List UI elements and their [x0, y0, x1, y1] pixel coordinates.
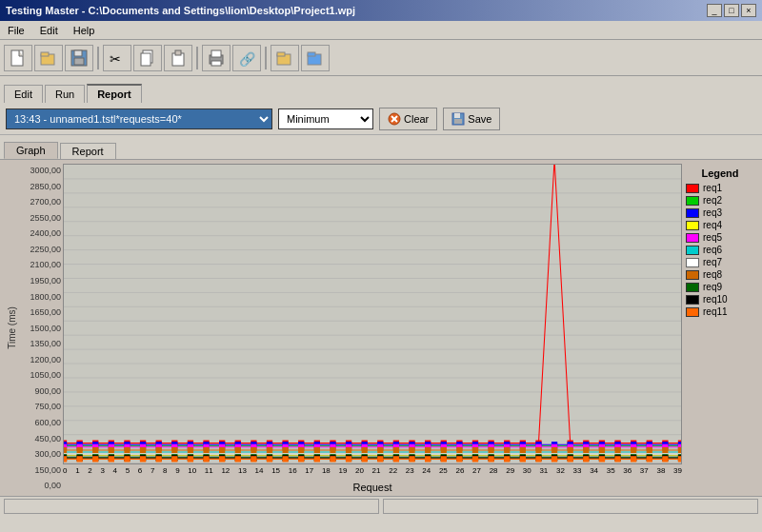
main-tab-bar: Edit Run Report — [0, 76, 762, 103]
svg-rect-352 — [472, 447, 478, 453]
status-bar — [0, 496, 762, 515]
svg-text:🔗: 🔗 — [239, 51, 256, 68]
svg-rect-345 — [362, 447, 368, 453]
svg-rect-452 — [156, 456, 162, 462]
x-label: 26 — [456, 466, 465, 480]
svg-rect-483 — [647, 456, 652, 462]
y-label-10: 1500,00 — [30, 324, 61, 333]
x-label: 11 — [205, 466, 213, 480]
y-label-13: 1050,00 — [30, 370, 61, 380]
close-button[interactable]: × — [741, 4, 756, 17]
toolbar-cut[interactable]: ✂ — [103, 45, 131, 71]
legend-item-req10: req10 — [686, 294, 754, 305]
svg-rect-16 — [277, 52, 285, 56]
toolbar-folder1[interactable] — [271, 45, 299, 71]
toolbar-link[interactable]: 🔗 — [232, 45, 261, 71]
svg-rect-461 — [298, 456, 304, 462]
svg-text:✂: ✂ — [110, 51, 121, 67]
toolbar-new[interactable] — [4, 45, 32, 71]
svg-rect-480 — [599, 456, 605, 462]
legend-item-req1: req1 — [686, 183, 754, 193]
chart-svg — [63, 164, 682, 464]
y-label-12: 1200,00 — [30, 355, 61, 365]
legend-item-req2: req2 — [686, 195, 754, 206]
x-label: 35 — [607, 466, 615, 480]
x-label: 3 — [100, 466, 104, 480]
svg-rect-2 — [41, 52, 49, 56]
legend-item-req9: req9 — [686, 282, 754, 292]
svg-rect-474 — [504, 456, 510, 462]
svg-rect-355 — [520, 447, 526, 453]
svg-rect-462 — [314, 456, 320, 462]
y-label-17: 450,00 — [34, 434, 61, 443]
svg-rect-464 — [346, 456, 351, 462]
x-label: 25 — [439, 466, 448, 480]
x-label: 10 — [188, 466, 196, 480]
y-label-2: 2700,00 — [30, 197, 61, 207]
svg-rect-5 — [74, 58, 84, 65]
tab-graph[interactable]: Graph — [4, 142, 58, 159]
legend-color-req9 — [686, 283, 699, 292]
toolbar-paste[interactable] — [164, 45, 192, 71]
svg-rect-448 — [92, 456, 98, 462]
svg-rect-339 — [267, 447, 272, 453]
svg-rect-327 — [76, 447, 82, 453]
toolbar-print[interactable] — [202, 45, 231, 71]
x-label: 24 — [422, 466, 431, 480]
x-label: 8 — [163, 466, 167, 480]
legend-title: Legend — [686, 167, 754, 179]
toolbar-open[interactable] — [34, 45, 63, 71]
tab-edit[interactable]: Edit — [4, 85, 43, 103]
svg-rect-330 — [124, 447, 130, 453]
toolbar-copy[interactable] — [133, 45, 162, 71]
maximize-button[interactable]: □ — [724, 4, 739, 17]
toolbar-folder2[interactable] — [301, 45, 330, 71]
svg-rect-484 — [662, 456, 668, 462]
svg-rect-346 — [377, 447, 383, 453]
svg-rect-349 — [425, 447, 431, 453]
svg-rect-24 — [454, 119, 462, 124]
clear-button[interactable]: Clear — [379, 108, 437, 130]
tab-report[interactable]: Report — [87, 84, 141, 103]
svg-rect-12 — [211, 50, 221, 57]
legend-color-req6 — [686, 246, 699, 255]
legend-label-req1: req1 — [703, 183, 722, 193]
legend-item-req6: req6 — [686, 245, 754, 255]
chart-container: Time (ms) 3000,00 2850,00 2700,00 2550,0… — [0, 160, 762, 496]
menu-help[interactable]: Help — [70, 24, 99, 37]
x-label: 31 — [539, 466, 548, 480]
toolbar-save[interactable] — [65, 45, 93, 71]
metric-dropdown[interactable]: Minimum Maximum Average — [278, 108, 373, 129]
svg-rect-476 — [535, 456, 541, 462]
svg-rect-457 — [235, 456, 241, 462]
svg-rect-456 — [219, 456, 225, 462]
legend-color-req4 — [686, 221, 699, 230]
svg-rect-329 — [109, 447, 114, 453]
svg-rect-485 — [678, 456, 682, 462]
svg-rect-481 — [614, 456, 620, 462]
x-label: 36 — [623, 466, 632, 480]
test-select[interactable]: 13:43 - unnamed1.tstl*requests=40* — [6, 108, 272, 129]
svg-rect-357 — [551, 447, 557, 453]
tab-report-inner[interactable]: Report — [60, 143, 116, 159]
save-button[interactable]: Save — [443, 108, 500, 130]
x-label: 27 — [472, 466, 481, 480]
legend-label-req3: req3 — [703, 207, 722, 218]
status-panel-2 — [383, 499, 758, 514]
x-label: 28 — [490, 466, 498, 480]
svg-rect-332 — [156, 447, 162, 453]
menu-edit[interactable]: Edit — [36, 24, 62, 37]
x-label: 29 — [506, 466, 514, 480]
svg-rect-472 — [472, 456, 478, 462]
minimize-button[interactable]: _ — [707, 4, 722, 17]
x-label: 5 — [126, 466, 130, 480]
legend-color-req1 — [686, 184, 699, 193]
y-label-19: 150,00 — [34, 465, 61, 475]
x-label: 18 — [322, 466, 331, 480]
tab-run[interactable]: Run — [45, 85, 85, 103]
y-label-0: 3000,00 — [30, 166, 61, 175]
clear-icon — [388, 112, 401, 126]
menu-file[interactable]: File — [4, 24, 29, 37]
title-bar: Testing Master - C:\Documents and Settin… — [0, 0, 762, 21]
svg-rect-475 — [520, 456, 526, 462]
